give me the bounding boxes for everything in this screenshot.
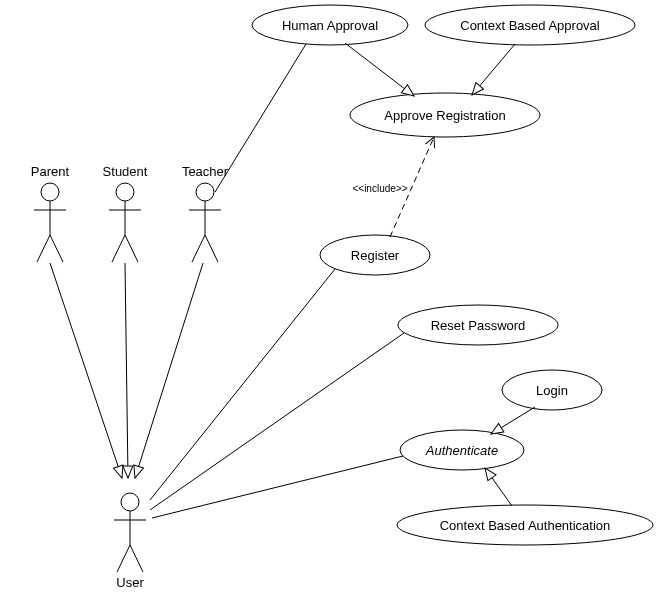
svg-line-27 [130, 545, 143, 572]
gen-context-to-approve [472, 44, 515, 95]
usecase-reset-password-label: Reset Password [431, 318, 526, 333]
assoc-user-reset-password [150, 333, 404, 510]
gen-teacher-to-user [135, 263, 203, 478]
svg-line-17 [125, 235, 138, 262]
svg-line-12 [50, 235, 63, 262]
usecase-context-auth-label: Context Based Authentication [440, 518, 611, 533]
usecase-register-label: Register [351, 248, 400, 263]
usecase-register: Register [320, 235, 430, 275]
gen-parent-to-user [50, 263, 122, 478]
usecase-human-approval: Human Approval [252, 5, 408, 45]
svg-line-26 [117, 545, 130, 572]
usecase-approve-registration-label: Approve Registration [384, 108, 505, 123]
gen-login-to-authenticate [491, 407, 535, 434]
usecase-authenticate-label: Authenticate [425, 443, 498, 458]
svg-point-13 [116, 183, 134, 201]
actor-teacher-label: Teacher [182, 164, 229, 179]
usecase-login: Login [502, 370, 602, 410]
actor-student: Student [103, 164, 148, 262]
actor-user-label: User [116, 575, 144, 590]
svg-line-16 [112, 235, 125, 262]
svg-line-21 [192, 235, 205, 262]
usecase-reset-password: Reset Password [398, 305, 558, 345]
usecase-context-approval: Context Based Approval [425, 5, 635, 45]
gen-student-to-user [125, 263, 128, 478]
svg-line-22 [205, 235, 218, 262]
gen-contextauth-to-authenticate [485, 468, 512, 506]
include-label: <<include>> [352, 183, 407, 194]
actor-teacher: Teacher [182, 164, 229, 262]
svg-point-18 [196, 183, 214, 201]
assoc-user-register [150, 269, 335, 500]
assoc-user-authenticate [152, 456, 403, 518]
svg-point-8 [41, 183, 59, 201]
actor-user: User [114, 493, 146, 590]
assoc-teacher-human-approval [215, 44, 306, 192]
gen-human-to-approve [345, 43, 414, 96]
usecase-context-auth: Context Based Authentication [397, 505, 653, 545]
actor-parent-label: Parent [31, 164, 70, 179]
usecase-context-approval-label: Context Based Approval [460, 18, 600, 33]
svg-line-11 [37, 235, 50, 262]
actor-student-label: Student [103, 164, 148, 179]
usecase-login-label: Login [536, 383, 568, 398]
svg-point-23 [121, 493, 139, 511]
usecase-human-approval-label: Human Approval [282, 18, 378, 33]
actor-parent: Parent [31, 164, 70, 262]
usecase-approve-registration: Approve Registration [350, 93, 540, 137]
usecase-authenticate: Authenticate [400, 430, 524, 470]
